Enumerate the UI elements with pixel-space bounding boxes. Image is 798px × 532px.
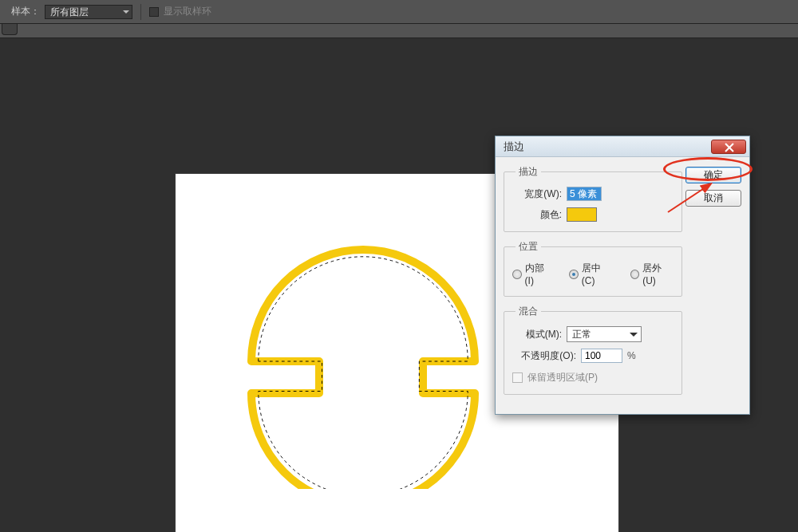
- stroke-width-input[interactable]: 5 像素: [567, 187, 602, 201]
- radio-center[interactable]: 居中(C): [569, 262, 612, 286]
- preserve-transparency-checkbox[interactable]: [512, 372, 523, 383]
- position-group: 位置 内部(I) 居中(C) 居外(U): [504, 240, 682, 297]
- stroke-color-swatch[interactable]: [567, 207, 597, 222]
- show-sample-ring-checkbox[interactable]: [149, 7, 159, 17]
- radio-outside[interactable]: 居外(U): [630, 262, 674, 286]
- secondary-strip: [0, 24, 798, 38]
- annotation-ellipse: [663, 157, 753, 181]
- dialog-title: 描边: [504, 140, 711, 154]
- blend-group: 混合 模式(M): 正常 不透明度(O): % 保留透明区域(P): [504, 305, 682, 395]
- opacity-label: 不透明度(O):: [512, 349, 576, 363]
- cancel-button[interactable]: 取消: [685, 190, 741, 207]
- radio-dot-icon: [630, 270, 640, 279]
- radio-inside[interactable]: 内部(I): [512, 262, 551, 286]
- radio-outside-label: 居外(U): [642, 262, 674, 286]
- opacity-unit: %: [627, 350, 636, 361]
- blend-mode-value: 正常: [572, 329, 591, 340]
- sample-label: 样本：: [11, 5, 40, 18]
- collapsed-tab[interactable]: [2, 24, 18, 35]
- show-sample-ring-label: 显示取样环: [164, 5, 211, 18]
- radio-dot-icon: [512, 270, 522, 279]
- blend-mode-select[interactable]: 正常: [567, 326, 642, 342]
- preserve-transparency-label: 保留透明区域(P): [527, 371, 598, 384]
- radio-inside-label: 内部(I): [525, 262, 552, 286]
- radio-dot-icon: [569, 270, 579, 279]
- stroke-width-label: 宽度(W):: [512, 187, 562, 201]
- blend-group-legend: 混合: [516, 305, 541, 318]
- radio-center-label: 居中(C): [582, 262, 613, 286]
- stroke-group-legend: 描边: [516, 165, 541, 179]
- stroke-group: 描边 宽度(W): 5 像素 颜色:: [504, 165, 682, 232]
- dialog-titlebar[interactable]: 描边: [496, 136, 749, 157]
- blend-mode-label: 模式(M):: [512, 328, 562, 341]
- stroke-color-label: 颜色:: [512, 208, 562, 222]
- close-icon[interactable]: [711, 140, 746, 154]
- sample-dropdown[interactable]: 所有图层: [45, 5, 132, 19]
- sample-dropdown-value: 所有图层: [50, 6, 89, 18]
- opacity-input[interactable]: [581, 349, 622, 363]
- position-group-legend: 位置: [516, 240, 541, 254]
- toolbar-divider: [140, 4, 141, 20]
- options-bar: 样本： 所有图层 显示取样环: [0, 0, 798, 24]
